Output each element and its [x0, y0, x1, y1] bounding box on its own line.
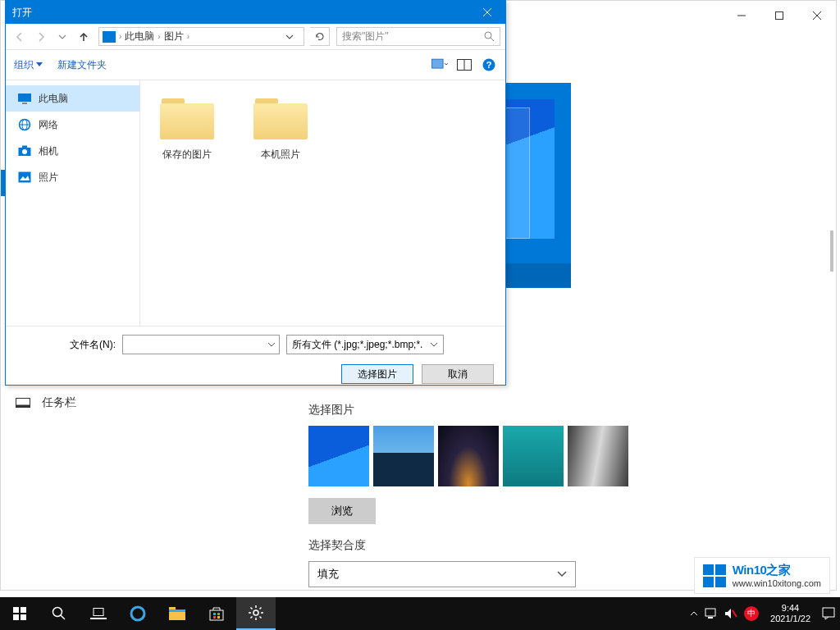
thumb-2[interactable] [438, 426, 499, 486]
sidebar-item-pc[interactable]: 此电脑 [6, 85, 139, 112]
svg-rect-1 [776, 12, 783, 20]
system-tray: 中 9:44 2021/1/22 [690, 603, 840, 624]
search-icon [484, 31, 495, 42]
crumb-pics[interactable]: 图片 [164, 30, 184, 43]
fit-label: 选择契合度 [308, 538, 576, 553]
svg-rect-40 [213, 613, 216, 615]
thumb-0[interactable] [308, 426, 369, 486]
recent-button[interactable] [53, 28, 71, 46]
tray-overflow-icon[interactable] [690, 610, 698, 617]
svg-rect-29 [13, 614, 19, 620]
action-center-icon[interactable] [822, 607, 835, 620]
date-text: 2021/1/22 [770, 614, 810, 624]
filetype-dropdown[interactable]: 所有文件 (*.jpg;*.jpeg;*.bmp;*. [286, 335, 444, 354]
svg-rect-5 [16, 405, 30, 408]
sidebar-item-network[interactable]: 网络 [6, 112, 139, 138]
forward-button[interactable] [32, 28, 50, 46]
new-folder-button[interactable]: 新建文件夹 [57, 58, 107, 72]
svg-point-35 [131, 607, 144, 620]
watermark-url: www.win10xitong.com [733, 578, 821, 588]
watermark-brand: Win10之家 [733, 563, 821, 578]
clock[interactable]: 9:44 2021/1/22 [765, 603, 815, 624]
svg-rect-34 [90, 618, 107, 619]
up-button[interactable] [75, 28, 93, 46]
open-button[interactable]: 选择图片 [341, 364, 413, 384]
open-dialog: 打开 › 此电脑 › 图片 › 搜索"图片" 组织 新建文件夹 [5, 0, 506, 386]
sidebar-item-camera[interactable]: 相机 [6, 138, 139, 164]
sidebar-item-label: 任务栏 [42, 395, 76, 410]
watermark: Win10之家 www.win10xitong.com [694, 557, 830, 594]
chevron-icon: › [158, 32, 160, 41]
cancel-button[interactable]: 取消 [422, 364, 494, 384]
dialog-bottom: 文件名(N): 所有文件 (*.jpg;*.jpeg;*.bmp;*. 选择图片… [6, 326, 505, 392]
thumb-1[interactable] [373, 426, 434, 486]
windows-logo-icon [703, 564, 726, 587]
crumb-pc[interactable]: 此电脑 [125, 30, 154, 43]
edge-button[interactable] [118, 597, 158, 630]
network-tray-icon[interactable] [705, 608, 718, 619]
close-button[interactable] [798, 3, 836, 28]
dialog-body: 此电脑 网络 相机 照片 保存的图片 本机照片 [6, 80, 505, 326]
organize-button[interactable]: 组织 [14, 58, 43, 72]
caret-down-icon [36, 62, 43, 67]
folder-name: 本机照片 [244, 148, 317, 162]
back-button[interactable] [11, 28, 29, 46]
svg-line-10 [491, 38, 494, 41]
settings-button[interactable] [236, 597, 276, 630]
minimize-button[interactable] [723, 3, 760, 28]
maximize-button[interactable] [760, 3, 798, 28]
store-button[interactable] [197, 597, 236, 630]
address-bar[interactable]: › 此电脑 › 图片 › [98, 27, 304, 46]
thumb-4[interactable] [568, 426, 628, 486]
preview-pane-button[interactable] [456, 57, 472, 72]
svg-rect-30 [21, 614, 26, 620]
svg-marker-47 [725, 609, 731, 619]
scrollbar[interactable] [830, 231, 833, 272]
fit-value: 填充 [317, 567, 339, 582]
folder-item[interactable]: 本机照片 [244, 95, 317, 162]
fit-dropdown[interactable]: 填充 [308, 561, 576, 587]
dialog-title: 打开 [12, 6, 32, 20]
network-icon [17, 118, 32, 131]
select-picture-label: 选择图片 [308, 403, 628, 418]
folder-icon [250, 95, 311, 143]
sidebar-item-photos[interactable]: 照片 [6, 164, 139, 190]
svg-point-9 [485, 32, 491, 39]
svg-rect-18 [22, 103, 27, 104]
chevron-icon: › [119, 32, 121, 41]
volume-tray-icon[interactable] [724, 608, 737, 619]
task-view-button[interactable] [79, 597, 118, 630]
search-button[interactable] [39, 597, 79, 630]
svg-point-44 [253, 610, 258, 615]
address-dropdown[interactable] [285, 34, 300, 40]
filename-label: 文件名(N): [17, 338, 116, 352]
browse-button[interactable]: 浏览 [308, 498, 376, 524]
filename-input[interactable] [122, 335, 280, 354]
folder-name: 保存的图片 [150, 148, 224, 162]
pc-icon [17, 92, 32, 105]
sidebar-label: 照片 [39, 171, 58, 185]
explorer-button[interactable] [158, 597, 197, 630]
dialog-sidebar: 此电脑 网络 相机 照片 [6, 80, 140, 326]
folder-icon [157, 95, 217, 143]
svg-rect-41 [217, 613, 220, 615]
refresh-button[interactable] [310, 27, 330, 46]
svg-rect-28 [21, 607, 26, 613]
search-input[interactable]: 搜索"图片" [336, 27, 500, 46]
help-button[interactable]: ? [481, 57, 497, 72]
svg-line-32 [61, 615, 65, 619]
folder-item[interactable]: 保存的图片 [150, 95, 224, 162]
camera-icon [17, 144, 32, 158]
chevron-icon: › [187, 32, 189, 41]
dialog-close-button[interactable] [468, 1, 505, 24]
svg-point-31 [53, 608, 62, 617]
view-button[interactable] [431, 57, 448, 72]
svg-text:?: ? [486, 60, 492, 70]
svg-rect-43 [217, 616, 220, 619]
ime-tray-icon[interactable]: 中 [744, 606, 759, 621]
start-button[interactable] [0, 597, 39, 630]
dialog-toolbar: 组织 新建文件夹 ? [6, 50, 505, 80]
svg-rect-25 [19, 172, 31, 183]
thumb-3[interactable] [503, 426, 564, 486]
filetype-text: 所有文件 (*.jpg;*.jpeg;*.bmp;*. [292, 338, 422, 352]
